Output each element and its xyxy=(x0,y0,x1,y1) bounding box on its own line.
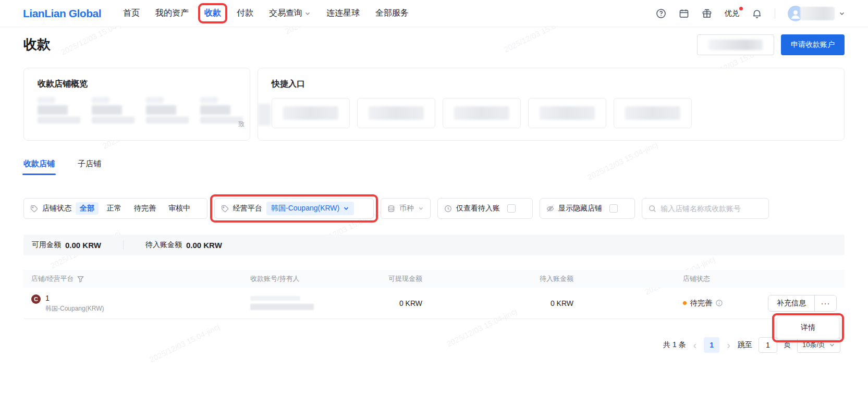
shop-overview-card: 收款店铺概览 致 xyxy=(23,68,250,141)
search-input[interactable] xyxy=(661,204,754,213)
info-icon[interactable] xyxy=(716,300,723,306)
currency-filter[interactable]: 币种 xyxy=(381,198,431,219)
bell-icon[interactable] xyxy=(752,8,762,19)
shop-platform: 韩国-Coupang(KRW) xyxy=(45,304,104,313)
available-amount-value: 0.00 KRW xyxy=(65,241,101,250)
status-option-normal[interactable]: 正常 xyxy=(103,202,126,215)
apply-receive-account-button[interactable]: 申请收款账户 xyxy=(781,34,845,55)
redacted-secondary-button[interactable] xyxy=(697,34,774,55)
nav-all-services[interactable]: 全部服务 xyxy=(375,8,409,19)
col-shop-platform: 店铺/经营平台 xyxy=(31,274,74,283)
detail-menu-item[interactable]: 详情 xyxy=(801,323,815,332)
coupang-badge: C xyxy=(31,294,41,304)
shop-status-label: 店铺状态 xyxy=(42,204,71,213)
redacted-block xyxy=(38,97,80,124)
tag-icon xyxy=(30,205,38,213)
filter-funnel-icon[interactable] xyxy=(77,276,84,282)
page-size-value: 10条/页 xyxy=(802,340,825,350)
quick-entry-item[interactable] xyxy=(357,98,435,128)
watermark: 2025/12/03 15:04-jincj xyxy=(148,323,221,364)
quick-entry-card: 快捷入口 xyxy=(258,68,845,141)
pending-only-filter: 仅查看待入账 xyxy=(437,198,533,219)
promo-youdui[interactable]: 优兑 xyxy=(725,9,739,18)
platform-filter[interactable]: 经营平台 韩国-Coupang(KRW) xyxy=(214,198,374,219)
nav-planet[interactable]: 连连星球 xyxy=(326,8,360,19)
pagination: 共 1 条 ‹ 1 › 跳至 页 10条/页 xyxy=(663,337,840,353)
overview-card-title: 收款店铺概览 xyxy=(24,68,250,90)
status-option-all[interactable]: 全部 xyxy=(76,202,99,215)
pending-only-label: 仅查看待入账 xyxy=(456,204,500,213)
redacted-block xyxy=(200,97,243,124)
quick-entry-item[interactable] xyxy=(443,98,521,128)
quick-entry-item[interactable] xyxy=(614,98,692,128)
row-actions-dropdown: 详情 xyxy=(777,316,839,339)
platform-value-text: 韩国-Coupang(KRW) xyxy=(271,204,339,213)
pending-only-checkbox[interactable] xyxy=(507,204,516,213)
redacted-account-name xyxy=(800,7,835,20)
nav-receive[interactable]: 收款 xyxy=(204,8,221,19)
amount-summary-bar: 可用金额 0.00 KRW 待入账金额 0.00 KRW xyxy=(23,234,845,255)
tab-sub-shops[interactable]: 子店铺 xyxy=(78,159,101,175)
chevron-down-icon xyxy=(829,342,835,348)
show-hidden-checkbox[interactable] xyxy=(609,204,618,213)
nav-home[interactable]: 首页 xyxy=(123,8,140,19)
supplement-info-button[interactable]: 补充信息 xyxy=(768,295,814,311)
status-option-reviewing[interactable]: 审核中 xyxy=(164,202,194,215)
calendar-icon[interactable] xyxy=(679,8,689,19)
platform-selected-value[interactable]: 韩国-Coupang(KRW) xyxy=(266,202,354,215)
shop-tabs: 收款店铺 子店铺 xyxy=(23,159,101,175)
redacted-block xyxy=(258,104,271,126)
redacted-stats xyxy=(24,90,250,124)
more-actions-button[interactable]: ··· xyxy=(814,295,836,311)
current-page-button[interactable]: 1 xyxy=(704,337,719,353)
topbar-actions: 优兑 xyxy=(656,6,845,21)
platform-filter-label: 经营平台 xyxy=(233,204,262,213)
status-dot-orange xyxy=(683,301,687,305)
nav-receive-label: 收款 xyxy=(204,8,221,19)
col-withdrawable: 可提现金额 xyxy=(344,274,422,283)
table-row: C 1 韩国-Coupang(KRW) 0 KRW 0 KRW 待完善 补充信息… xyxy=(23,288,845,319)
currency-filter-label: 币种 xyxy=(399,204,414,213)
tab-receive-shops[interactable]: 收款店铺 xyxy=(23,159,55,175)
lianlian-global-logo[interactable]: LianLian Global xyxy=(23,7,101,20)
pending-amount: 0 KRW xyxy=(422,299,573,307)
gift-icon[interactable] xyxy=(702,8,712,19)
promo-label: 优兑 xyxy=(725,9,739,17)
prev-page-icon[interactable]: ‹ xyxy=(692,340,698,350)
next-page-icon[interactable]: › xyxy=(726,340,731,350)
account-menu[interactable] xyxy=(788,6,845,21)
receivables-page: 2025/12/03 15:04-jincj 2025/12/03 15:04-… xyxy=(0,0,868,395)
partial-text: 致 xyxy=(238,120,244,129)
redacted-block xyxy=(540,106,595,120)
chevron-down-icon xyxy=(343,205,349,212)
redacted-account-info xyxy=(250,296,344,310)
tag-icon xyxy=(221,205,229,213)
total-count: 共 1 条 xyxy=(663,340,686,350)
redacted-block xyxy=(250,296,300,301)
nav-my-assets[interactable]: 我的资产 xyxy=(155,8,189,19)
pending-amount-label: 待入账金额 xyxy=(145,240,182,250)
chevron-down-icon xyxy=(418,205,424,212)
nav-transactions-label: 交易查询 xyxy=(269,8,302,19)
show-hidden-label: 显示隐藏店铺 xyxy=(558,204,602,213)
nav-transactions[interactable]: 交易查询 xyxy=(269,8,311,19)
quick-entry-item[interactable] xyxy=(528,98,606,128)
coins-icon xyxy=(387,205,395,213)
clock-icon xyxy=(444,205,452,213)
nav-pay[interactable]: 付款 xyxy=(237,8,253,19)
col-account-holder: 收款账号/持有人 xyxy=(250,274,344,283)
redacted-block xyxy=(92,97,135,124)
notification-dot xyxy=(739,7,743,10)
shop-status-filter: 店铺状态 全部 正常 待完善 审核中 xyxy=(23,198,207,219)
quick-entry-item[interactable] xyxy=(272,98,350,128)
help-icon[interactable] xyxy=(656,8,666,19)
pending-amount-value: 0.00 KRW xyxy=(186,241,222,250)
redacted-block xyxy=(369,106,424,120)
page-size-select[interactable]: 10条/页 xyxy=(797,337,840,353)
table-header: 店铺/经营平台 收款账号/持有人 可提现金额 待入账金额 店铺状态 xyxy=(23,270,845,288)
jump-to-label: 跳至 xyxy=(738,340,752,350)
status-option-incomplete[interactable]: 待完善 xyxy=(130,202,160,215)
jump-page-input[interactable] xyxy=(759,337,777,353)
chevron-down-icon xyxy=(839,10,845,17)
col-pending: 待入账金额 xyxy=(422,274,573,283)
